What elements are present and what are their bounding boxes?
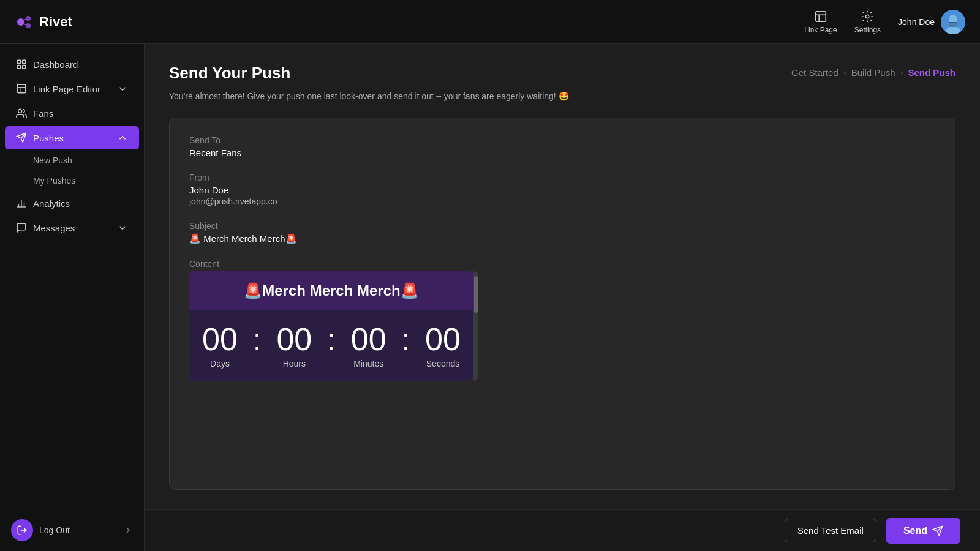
from-label: From: [189, 173, 935, 182]
sidebar-sub-item-my-pushes[interactable]: My Pushes: [33, 171, 139, 190]
sidebar-item-link-page-editor[interactable]: Link Page Editor: [5, 77, 139, 100]
svg-rect-13: [949, 22, 957, 23]
countdown-seconds: 00 Seconds: [412, 323, 473, 369]
breadcrumb-step1: Get Started: [791, 67, 839, 78]
subject-label: Subject: [189, 221, 935, 231]
sidebar-nav: Dashboard Link Page Editor: [0, 44, 144, 509]
svg-point-1: [26, 16, 31, 21]
send-to-section: Send To Recent Fans: [189, 135, 935, 158]
page-header: Send Your Push Get Started › Build Push …: [169, 64, 956, 83]
content-label: Content: [189, 259, 935, 269]
from-name: John Doe: [189, 185, 935, 195]
topnav: Rivet Link Page Settings John Doe: [0, 0, 980, 44]
page-subtitle: You're almost there! Give your push one …: [169, 90, 956, 103]
svg-point-10: [949, 15, 957, 23]
countdown-minutes-label: Minutes: [353, 359, 383, 369]
countdown-sep2: :: [327, 323, 335, 356]
countdown-days-num: 00: [202, 323, 238, 355]
logo: Rivet: [15, 12, 72, 32]
main-content: Send Your Push Get Started › Build Push …: [145, 44, 980, 509]
countdown-days-label: Days: [210, 359, 230, 369]
scroll-thumb: [474, 276, 478, 313]
app-name: Rivet: [39, 14, 72, 30]
sidebar-item-analytics[interactable]: Analytics: [5, 192, 139, 215]
sidebar-item-messages-label: Messages: [33, 223, 111, 233]
svg-rect-5: [816, 11, 826, 21]
countdown-hours: 00 Hours: [263, 323, 325, 369]
countdown-sep3: :: [402, 323, 410, 356]
content-preview: 🚨Merch Merch Merch🚨 00 Days : 0: [189, 271, 473, 381]
sidebar-item-fans-label: Fans: [33, 108, 128, 119]
sidebar-item-fans[interactable]: Fans: [5, 102, 139, 125]
avatar: [941, 10, 965, 34]
countdown-row: 00 Days : 00 Hours :: [189, 323, 473, 369]
countdown-days: 00 Days: [189, 323, 251, 369]
user-section[interactable]: John Doe: [898, 10, 965, 34]
countdown-seconds-num: 00: [425, 323, 461, 355]
sidebar-sub-pushes: New Push My Pushes: [0, 151, 144, 190]
bottom-bar: Send Test Email Send: [145, 509, 980, 551]
sidebar-sub-item-new-push-label: New Push: [33, 156, 72, 165]
send-button[interactable]: Send: [886, 518, 960, 544]
send-test-email-button[interactable]: Send Test Email: [785, 519, 876, 542]
settings-nav[interactable]: Settings: [854, 10, 881, 34]
body-layout: Dashboard Link Page Editor: [0, 44, 980, 551]
user-name: John Doe: [898, 17, 935, 27]
svg-line-4: [24, 24, 27, 25]
push-card: Send To Recent Fans From John Doe john@p…: [169, 118, 956, 490]
chevron-down-icon-messages: [117, 222, 128, 233]
sidebar-item-link-page-editor-label: Link Page Editor: [33, 84, 111, 94]
logout-label: Log Out: [39, 525, 70, 535]
subject-section: Subject 🚨 Merch Merch Merch🚨: [189, 221, 935, 244]
svg-point-21: [18, 109, 22, 113]
svg-point-0: [17, 18, 24, 26]
countdown-container: 00 Days : 00 Hours :: [189, 310, 473, 381]
sidebar-item-pushes[interactable]: Pushes: [5, 126, 139, 149]
countdown-hours-label: Hours: [283, 359, 306, 369]
sidebar-item-analytics-label: Analytics: [33, 198, 128, 209]
svg-rect-18: [17, 84, 26, 93]
svg-point-8: [866, 15, 870, 18]
arrow-right-icon: [123, 525, 133, 535]
send-icon: [932, 525, 943, 536]
topnav-right: Link Page Settings John Doe: [804, 10, 965, 34]
link-page-nav-label: Link Page: [804, 26, 837, 34]
scroll-track: [473, 271, 478, 381]
from-email: john@push.rivetapp.co: [189, 197, 935, 206]
countdown-seconds-label: Seconds: [426, 359, 459, 369]
breadcrumb-step2: Build Push: [851, 67, 895, 78]
breadcrumb-sep2: ›: [900, 67, 903, 78]
sidebar-item-messages[interactable]: Messages: [5, 216, 139, 239]
sidebar-item-dashboard[interactable]: Dashboard: [5, 53, 139, 76]
settings-nav-label: Settings: [854, 26, 881, 34]
svg-point-2: [26, 23, 31, 28]
svg-rect-16: [17, 66, 20, 69]
countdown-minutes: 00 Minutes: [338, 323, 399, 369]
from-section: From John Doe john@push.rivetapp.co: [189, 173, 935, 206]
breadcrumb-step3: Send Push: [908, 67, 956, 78]
page-title: Send Your Push: [169, 64, 290, 83]
logout-icon-circle: [11, 519, 33, 541]
svg-rect-17: [23, 66, 26, 69]
preview-title: 🚨Merch Merch Merch🚨: [189, 271, 473, 310]
svg-rect-15: [23, 60, 26, 63]
sidebar-sub-item-new-push[interactable]: New Push: [33, 151, 139, 170]
link-page-nav[interactable]: Link Page: [804, 10, 837, 34]
sidebar-item-dashboard-label: Dashboard: [33, 59, 128, 70]
sidebar: Dashboard Link Page Editor: [0, 44, 145, 551]
chevron-down-icon: [117, 83, 128, 94]
content-section: Content 🚨Merch Merch Merch🚨 00 Days: [189, 259, 935, 381]
svg-line-3: [24, 19, 27, 20]
sidebar-sub-item-my-pushes-label: My Pushes: [33, 176, 75, 186]
countdown-minutes-num: 00: [351, 323, 386, 355]
logout-section[interactable]: Log Out: [0, 509, 144, 551]
subject-value: 🚨 Merch Merch Merch🚨: [189, 233, 935, 244]
send-to-value: Recent Fans: [189, 148, 935, 158]
countdown-sep1: :: [253, 323, 261, 356]
chevron-up-icon: [117, 132, 128, 143]
breadcrumb-sep1: ›: [843, 67, 846, 78]
send-to-label: Send To: [189, 135, 935, 145]
send-button-label: Send: [903, 525, 927, 536]
sidebar-item-pushes-label: Pushes: [33, 133, 111, 143]
svg-rect-14: [17, 60, 20, 63]
